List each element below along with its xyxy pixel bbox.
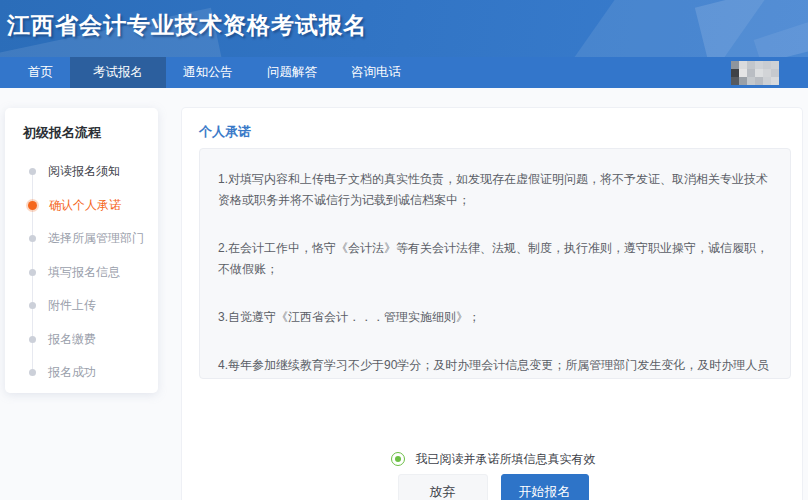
step-dot-icon [29, 336, 36, 343]
personal-promise-panel: 个人承诺 1.对填写内容和上传电子文档的真实性负责，如发现存在虚假证明问题，将不… [181, 107, 803, 500]
step-select-department: 选择所属管理部门 [5, 222, 158, 256]
nav-item-faq[interactable]: 问题解答 [250, 57, 334, 88]
flow-steps: 阅读报名须知 确认个人承诺 选择所属管理部门 填写报名信息 附件上传 报名缴费 [5, 155, 158, 390]
nav-item-home[interactable]: 首页 [11, 57, 70, 88]
nav-item-notices[interactable]: 通知公告 [166, 57, 250, 88]
agree-radio[interactable] [391, 452, 405, 466]
step-dot-icon [29, 302, 36, 309]
main-nav: 首页 考试报名 通知公告 问题解答 咨询电话 [0, 57, 808, 88]
step-dot-icon [28, 201, 37, 210]
step-upload-attachment: 附件上传 [5, 289, 158, 323]
cancel-button[interactable]: 放弃 [398, 474, 488, 500]
site-title: 江西省会计专业技术资格考试报名 [7, 10, 367, 41]
nav-item-phone[interactable]: 咨询电话 [334, 57, 418, 88]
registration-flow-panel: 初级报名流程 阅读报名须知 确认个人承诺 选择所属管理部门 填写报名信息 附件上 [5, 108, 158, 393]
step-payment: 报名缴费 [5, 323, 158, 357]
agree-label[interactable]: 我已阅读并承诺所填信息真实有效 [416, 451, 596, 468]
promise-item: 3.自觉遵守《江西省会计．．．管理实施细则》； [218, 307, 772, 328]
agree-row: 我已阅读并承诺所填信息真实有效 [182, 449, 804, 469]
promise-text-box: 1.对填写内容和上传电子文档的真实性负责，如发现存在虚假证明问题，将不予发证、取… [199, 148, 791, 379]
step-success: 报名成功 [5, 356, 158, 390]
step-dot-icon [29, 235, 36, 242]
promise-item: 1.对填写内容和上传电子文档的真实性负责，如发现存在虚假证明问题，将不予发证、取… [218, 169, 772, 211]
app-header: 江西省会计专业技术资格考试报名 [0, 0, 808, 57]
panel-title: 个人承诺 [182, 108, 802, 141]
flow-panel-title: 初级报名流程 [5, 108, 158, 142]
step-dot-icon [29, 168, 36, 175]
nav-item-exam-registration[interactable]: 考试报名 [70, 57, 166, 88]
agree-radio-dot [395, 456, 401, 462]
step-read-notice: 阅读报名须知 [5, 155, 158, 189]
promise-item: 4.每年参加继续教育学习不少于90学分；及时办理会计信息变更；所属管理部门发生变… [218, 355, 772, 379]
start-registration-button[interactable]: 开始报名 [501, 474, 589, 500]
step-fill-info: 填写报名信息 [5, 256, 158, 290]
step-dot-icon [29, 269, 36, 276]
action-buttons: 放弃 开始报名 [182, 474, 804, 500]
blurred-username[interactable] [731, 61, 779, 85]
page: 江西省会计专业技术资格考试报名 首页 考试报名 通知公告 问题解答 咨询电话 初… [0, 0, 808, 500]
step-dot-icon [29, 369, 36, 376]
step-confirm-promise: 确认个人承诺 [5, 189, 158, 223]
promise-item: 2.在会计工作中，恪守《会计法》等有关会计法律、法规、制度，执行准则，遵守职业操… [218, 238, 772, 280]
